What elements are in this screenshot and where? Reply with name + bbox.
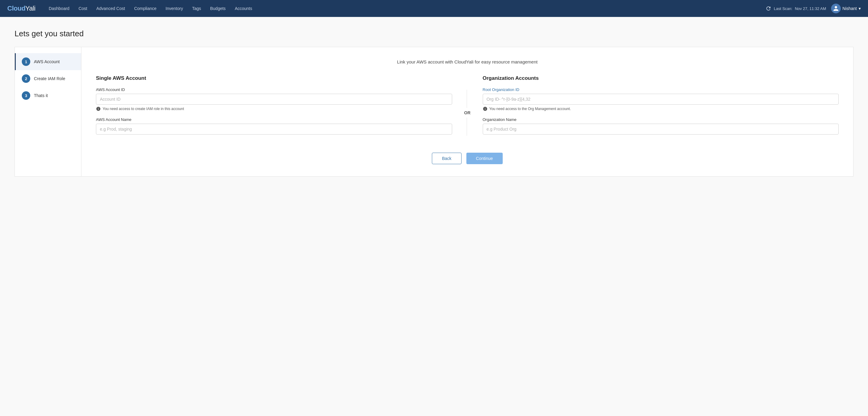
step-3[interactable]: 3 Thats it bbox=[15, 87, 81, 104]
or-divider-container: OR bbox=[462, 75, 473, 136]
org-accounts-section: Organization Accounts Root Organization … bbox=[483, 75, 839, 141]
user-avatar bbox=[831, 4, 841, 13]
nav-item-advanced-cost[interactable]: Advanced Cost bbox=[93, 4, 129, 13]
main-panel: Link your AWS account with CloudYali for… bbox=[81, 47, 854, 177]
step-3-circle: 3 bbox=[22, 91, 30, 100]
divider-bottom bbox=[467, 117, 467, 136]
aws-account-name-input[interactable] bbox=[96, 124, 452, 135]
step-2-label: Create IAM Role bbox=[34, 76, 65, 81]
or-label: OR bbox=[462, 108, 473, 117]
org-accounts-heading: Organization Accounts bbox=[483, 75, 839, 81]
steps-sidebar: 1 AWS Account 2 Create IAM Role 3 Thats … bbox=[14, 47, 81, 177]
step-2-circle: 2 bbox=[22, 74, 30, 83]
navbar: CloudYali Dashboard Cost Advanced Cost C… bbox=[0, 0, 868, 17]
aws-account-id-label: AWS Account ID bbox=[96, 88, 452, 92]
brand-yali: Yali bbox=[25, 4, 35, 12]
panel-subtitle: Link your AWS account with CloudYali for… bbox=[96, 59, 839, 64]
step-3-label: Thats it bbox=[34, 93, 48, 98]
single-aws-heading: Single AWS Account bbox=[96, 75, 452, 81]
nav-item-inventory[interactable]: Inventory bbox=[162, 4, 187, 13]
nav-links: Dashboard Cost Advanced Cost Compliance … bbox=[45, 4, 766, 13]
user-chevron: ▾ bbox=[859, 6, 861, 11]
root-org-id-label[interactable]: Root Organization ID bbox=[483, 88, 839, 92]
nav-item-accounts[interactable]: Accounts bbox=[231, 4, 256, 13]
accounts-grid: Single AWS Account AWS Account ID You ne… bbox=[96, 75, 839, 141]
org-name-label: Organization Name bbox=[483, 117, 839, 122]
brand-cloud: Cloud bbox=[7, 4, 25, 12]
form-actions: Back Continue bbox=[96, 153, 839, 164]
aws-account-id-hint: You need access to create IAM role in th… bbox=[96, 106, 452, 111]
nav-item-budgets[interactable]: Budgets bbox=[207, 4, 229, 13]
brand-logo[interactable]: CloudYali bbox=[7, 4, 35, 12]
last-scan-prefix: Last Scan: bbox=[774, 6, 792, 11]
step-1-label: AWS Account bbox=[34, 59, 60, 64]
nav-item-dashboard[interactable]: Dashboard bbox=[45, 4, 73, 13]
step-2[interactable]: 2 Create IAM Role bbox=[15, 70, 81, 87]
user-name: Nishant bbox=[843, 6, 857, 11]
step-1[interactable]: 1 AWS Account bbox=[15, 53, 81, 70]
single-aws-section: Single AWS Account AWS Account ID You ne… bbox=[96, 75, 452, 141]
aws-account-id-group: AWS Account ID You need access to create… bbox=[96, 88, 452, 111]
step-1-circle: 1 bbox=[22, 58, 30, 66]
root-org-id-input[interactable] bbox=[483, 94, 839, 105]
nav-item-cost[interactable]: Cost bbox=[75, 4, 91, 13]
aws-account-name-label: AWS Account Name bbox=[96, 117, 452, 122]
aws-account-name-group: AWS Account Name bbox=[96, 117, 452, 135]
back-button[interactable]: Back bbox=[432, 153, 461, 164]
aws-account-id-input[interactable] bbox=[96, 94, 452, 105]
page-content: Lets get you started 1 AWS Account 2 Cre… bbox=[0, 17, 868, 416]
page-title: Lets get you started bbox=[14, 29, 854, 38]
hint-icon-account bbox=[96, 106, 101, 111]
nav-item-compliance[interactable]: Compliance bbox=[130, 4, 160, 13]
last-scan-time: Nov 27, 11:32 AM bbox=[795, 6, 826, 11]
nav-item-tags[interactable]: Tags bbox=[189, 4, 205, 13]
org-name-group: Organization Name bbox=[483, 117, 839, 135]
divider-top bbox=[467, 90, 467, 108]
user-menu[interactable]: Nishant ▾ bbox=[831, 4, 861, 13]
hint-icon-org bbox=[483, 106, 488, 111]
layout: 1 AWS Account 2 Create IAM Role 3 Thats … bbox=[14, 47, 854, 177]
root-org-id-group: Root Organization ID You need access to … bbox=[483, 88, 839, 111]
continue-button[interactable]: Continue bbox=[466, 153, 503, 164]
last-scan-info: Last Scan: Nov 27, 11:32 AM bbox=[766, 5, 826, 11]
root-org-hint: You need access to the Org Management ac… bbox=[483, 106, 839, 111]
nav-right: Last Scan: Nov 27, 11:32 AM Nishant ▾ bbox=[766, 4, 861, 13]
org-name-input[interactable] bbox=[483, 124, 839, 135]
refresh-icon[interactable] bbox=[766, 5, 771, 11]
